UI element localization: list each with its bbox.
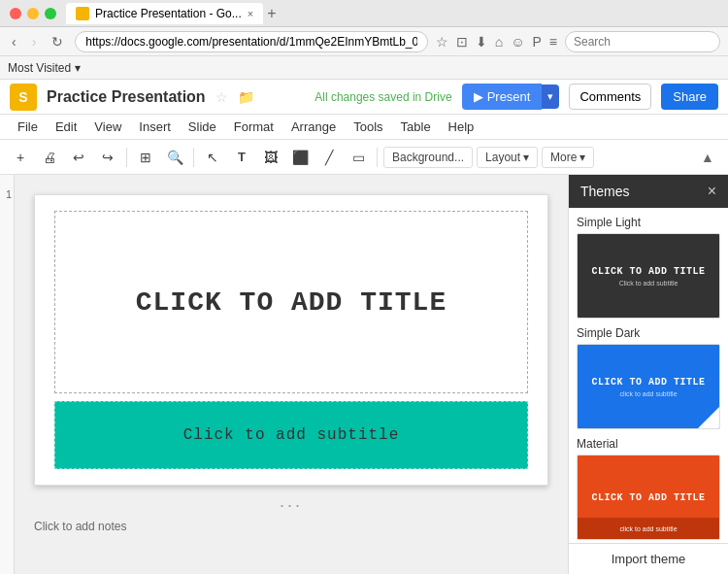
more-dropdown-icon: ▾ — [579, 151, 585, 164]
tab-title: Practice Presentation - Go... — [95, 7, 242, 20]
zoom-fit-button[interactable]: ⊞ — [133, 145, 158, 170]
tab-bar: Practice Presentation - Go... × + — [66, 3, 718, 24]
shape-button[interactable]: ⬛ — [287, 145, 313, 170]
theme-simple-light-title: Click to add title — [591, 266, 705, 277]
menu-format[interactable]: Format — [226, 117, 281, 137]
tab-close-button[interactable]: × — [248, 8, 253, 19]
slide-title-area[interactable]: Click to add title — [54, 211, 528, 393]
theme-preview-simple-dark[interactable]: Click to add title click to add subtitle — [577, 344, 720, 429]
slide-subtitle-area[interactable]: Click to add subtitle — [54, 401, 528, 469]
toolbar-divider-1 — [126, 148, 127, 167]
themes-close-button[interactable]: × — [708, 183, 716, 200]
print-button[interactable]: 🖨 — [37, 145, 62, 170]
import-theme-button[interactable]: Import theme — [569, 543, 728, 574]
download-icon[interactable]: ⬇ — [476, 34, 487, 50]
pinterest-icon[interactable]: P — [532, 34, 541, 50]
app-header: S Practice Presentation ☆ 📁 All changes … — [0, 80, 728, 115]
background-label: Background... — [392, 151, 464, 164]
theme-material-sub: click to add subtitle — [619, 525, 677, 532]
redo-button[interactable]: ↪ — [95, 145, 120, 170]
bookmarks-label[interactable]: Most Visited — [8, 61, 71, 75]
menu-arrange[interactable]: Arrange — [283, 117, 344, 137]
menu-view[interactable]: View — [86, 117, 129, 137]
maximize-window-button[interactable] — [45, 8, 56, 19]
menu-tools[interactable]: Tools — [346, 117, 390, 137]
undo-button[interactable]: ↩ — [66, 145, 91, 170]
menu-bar: File Edit View Insert Slide Format Arran… — [0, 115, 728, 140]
theme-simple-dark-title: Click to add title — [591, 377, 705, 388]
menu-slide[interactable]: Slide — [181, 117, 224, 137]
bookmark-icon[interactable]: ☆ — [436, 34, 448, 50]
new-tab-button[interactable]: + — [267, 6, 276, 21]
select-button[interactable]: ↖ — [200, 145, 225, 170]
text-button[interactable]: T — [229, 145, 254, 170]
theme-material-corner-decoration — [698, 407, 719, 428]
tab-favicon — [76, 7, 89, 20]
menu-help[interactable]: Help — [441, 117, 482, 137]
bookmarks-bar: Most Visited ▾ — [0, 56, 728, 80]
menu-table[interactable]: Table — [393, 117, 439, 137]
menu-file[interactable]: File — [10, 117, 46, 137]
present-label: Present — [487, 89, 531, 104]
search-input[interactable] — [565, 31, 720, 52]
theme-material-title: Click to add title — [591, 492, 705, 503]
menu-edit[interactable]: Edit — [48, 117, 84, 137]
share-button[interactable]: Share — [661, 84, 718, 110]
present-button[interactable]: ▶ Present — [462, 84, 543, 110]
theme-name-simple-light: Simple Light — [577, 216, 720, 229]
back-button[interactable]: ‹ — [8, 32, 20, 51]
background-button[interactable]: Background... — [383, 147, 473, 168]
address-bar: ‹ › ↻ ☆ ⊡ ⬇ ⌂ ☺ P ≡ — [0, 27, 728, 56]
slide-thumb-container: 1 — [6, 185, 8, 254]
doc-title: Practice Presentation — [47, 88, 206, 106]
comment-button[interactable]: ▭ — [346, 145, 371, 170]
slides-panel: 1 — [0, 175, 15, 574]
add-notes[interactable]: Click to add notes — [34, 520, 126, 533]
slide-number: 1 — [6, 185, 15, 200]
theme-name-simple-dark: Simple Dark — [577, 326, 720, 340]
address-input[interactable] — [75, 31, 427, 52]
themes-panel: Themes × Simple Light Click to add title… — [568, 175, 728, 574]
comments-button[interactable]: Comments — [569, 84, 651, 110]
minimize-window-button[interactable] — [27, 8, 39, 19]
present-dropdown-button[interactable]: ▾ — [542, 84, 559, 109]
theme-material-bottom: click to add subtitle — [578, 518, 719, 539]
reader-icon[interactable]: ⊡ — [456, 34, 468, 50]
layout-button[interactable]: Layout ▾ — [477, 147, 538, 168]
theme-preview-simple-light[interactable]: Click to add title Click to add subtitle — [577, 233, 720, 319]
toolbar-divider-2 — [193, 148, 194, 167]
toolbar-divider-3 — [377, 148, 378, 167]
browser-tab[interactable]: Practice Presentation - Go... × — [66, 3, 263, 24]
refresh-button[interactable]: ↻ — [48, 32, 67, 51]
theme-name-material: Material — [577, 437, 720, 451]
theme-preview-material[interactable]: Click to add title click to add subtitle — [577, 455, 720, 540]
title-bar: Practice Presentation - Go... × + — [0, 0, 728, 27]
layout-label: Layout — [485, 151, 520, 164]
doc-folder-button[interactable]: 📁 — [238, 89, 254, 105]
zoom-button[interactable]: 🔍 — [162, 145, 187, 170]
more-label: More — [550, 151, 577, 164]
traffic-lights — [10, 8, 56, 19]
slide-dots: ... — [280, 491, 303, 512]
menu-insert[interactable]: Insert — [131, 117, 179, 137]
app-icon: S — [10, 84, 37, 111]
bookmarks-dropdown-icon[interactable]: ▾ — [75, 61, 81, 75]
address-icons: ☆ ⊡ ⬇ ⌂ ☺ P ≡ — [436, 34, 557, 50]
slide-title-text: Click to add title — [136, 287, 447, 318]
add-button[interactable]: + — [8, 145, 33, 170]
menu-icon[interactable]: ≡ — [549, 34, 557, 50]
image-button[interactable]: 🖼 — [258, 145, 283, 170]
line-button[interactable]: ╱ — [316, 145, 342, 170]
theme-simple-light-sub: Click to add subtitle — [619, 280, 678, 287]
doc-star-button[interactable]: ☆ — [215, 89, 228, 105]
profile-icon[interactable]: ☺ — [511, 34, 524, 50]
collapse-toolbar-button[interactable]: ▲ — [695, 145, 720, 170]
close-window-button[interactable] — [10, 8, 21, 19]
home-icon[interactable]: ⌂ — [495, 34, 503, 50]
slide-subtitle-text: Click to add subtitle — [183, 426, 400, 444]
more-button[interactable]: More ▾ — [542, 147, 594, 168]
main-content: 1 Click to add title Click to add subtit… — [0, 175, 728, 574]
forward-button[interactable]: › — [28, 32, 41, 51]
themes-list: Simple Light Click to add title Click to… — [569, 208, 728, 543]
themes-header: Themes × — [569, 175, 728, 208]
